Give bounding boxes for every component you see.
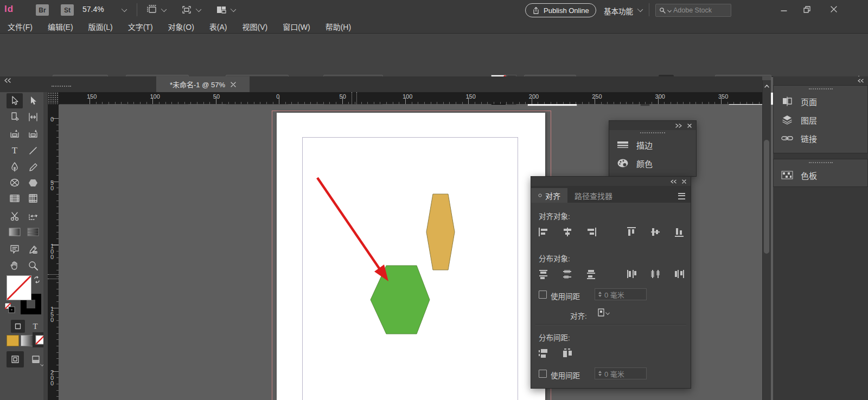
use-spacing-checkbox-1[interactable] bbox=[539, 291, 547, 299]
gap-tool[interactable] bbox=[25, 109, 41, 125]
spacing-stepper-1[interactable] bbox=[598, 292, 602, 297]
content-placer-tool[interactable] bbox=[25, 126, 41, 141]
ellipse-frame-tool[interactable] bbox=[7, 175, 23, 190]
gradient-swatch-tool[interactable] bbox=[7, 224, 23, 240]
ruler-origin-box[interactable] bbox=[48, 92, 59, 105]
dock-group-2-drag-handle[interactable] bbox=[774, 159, 867, 166]
pen-tool[interactable] bbox=[7, 159, 23, 175]
gradient-feather-tool[interactable] bbox=[25, 224, 41, 240]
minimize-button[interactable] bbox=[775, 0, 793, 18]
free-transform-tool[interactable] bbox=[25, 209, 41, 224]
color-panel-item[interactable]: 颜色 bbox=[609, 154, 696, 172]
polygon-tool[interactable] bbox=[25, 175, 41, 190]
tools-panel-drag-handle[interactable] bbox=[52, 86, 71, 87]
type-tool[interactable]: T bbox=[7, 143, 23, 158]
document-tab[interactable]: *未命名-1 @ 57% bbox=[156, 76, 250, 92]
horizontal-ruler[interactable]: 15010050050100150200250300350 bbox=[59, 92, 762, 104]
mini-panel-expand-icon[interactable] bbox=[675, 124, 682, 128]
pages-panel-button[interactable]: 页面 bbox=[774, 92, 867, 111]
spacing-field-1[interactable]: 0 毫米 bbox=[595, 288, 647, 300]
zoom-dropdown-chevron-icon[interactable] bbox=[122, 7, 127, 12]
horizontal-grid-tool[interactable] bbox=[7, 191, 23, 206]
direct-selection-tool[interactable] bbox=[25, 93, 41, 108]
scissors-tool[interactable] bbox=[7, 209, 23, 224]
pencil-tool[interactable] bbox=[25, 159, 41, 175]
frame-adornments-dropdown-chevron-icon[interactable] bbox=[196, 7, 201, 12]
tab-pathfinder[interactable]: 路径查找器 bbox=[567, 188, 620, 203]
document-tab-close-icon[interactable] bbox=[231, 82, 236, 87]
distribute-horizontal-space-button[interactable] bbox=[559, 346, 576, 361]
close-button[interactable] bbox=[825, 0, 843, 18]
menu-item-4[interactable]: 对象(O) bbox=[168, 21, 194, 32]
color-theme-tool[interactable] bbox=[25, 242, 41, 257]
dock-collapse-control[interactable] bbox=[773, 76, 868, 83]
stroke-panel-item[interactable]: 描边 bbox=[609, 136, 696, 154]
menu-item-7[interactable]: 窗口(W) bbox=[283, 21, 310, 32]
document-grid-dropdown-chevron-icon[interactable] bbox=[161, 7, 167, 12]
zoom-tool[interactable] bbox=[25, 258, 41, 273]
distribute-vertical-centers-button[interactable] bbox=[559, 267, 576, 282]
page-tool[interactable] bbox=[7, 109, 23, 125]
menu-item-5[interactable]: 表(A) bbox=[209, 21, 227, 32]
distribute-bottom-edges-button[interactable] bbox=[583, 267, 599, 282]
default-fill-stroke-icon[interactable] bbox=[4, 302, 15, 313]
layers-panel-button[interactable]: 图层 bbox=[774, 111, 867, 129]
spacing-field-2[interactable]: 0 毫米 bbox=[595, 367, 647, 379]
formatting-affects-container-button[interactable] bbox=[11, 320, 25, 333]
swap-fill-stroke-icon[interactable] bbox=[33, 275, 41, 284]
formatting-affects-text-button[interactable]: T bbox=[28, 320, 42, 333]
hand-tool[interactable] bbox=[7, 258, 23, 273]
document-grid-options-icon[interactable] bbox=[145, 4, 158, 15]
yellow-hexagon-shape[interactable] bbox=[426, 194, 455, 270]
apply-gradient-button[interactable] bbox=[21, 335, 33, 346]
apply-color-button[interactable] bbox=[7, 335, 19, 346]
vertical-scrollbar[interactable] bbox=[762, 80, 771, 400]
vertical-ruler[interactable]: 050100150200 bbox=[48, 104, 59, 400]
align-bottom-edges-button[interactable] bbox=[671, 224, 687, 240]
distribute-horizontal-centers-button[interactable] bbox=[647, 267, 663, 282]
zoom-level-value[interactable]: 57.4% bbox=[82, 5, 104, 14]
distribute-vertical-space-button[interactable] bbox=[535, 346, 552, 361]
menu-item-8[interactable]: 帮助(H) bbox=[326, 21, 351, 32]
adobe-stock-search-input[interactable]: Adobe Stock bbox=[655, 4, 731, 17]
preview-mode-button[interactable] bbox=[28, 352, 43, 366]
align-left-edges-button[interactable] bbox=[535, 224, 552, 240]
dock-group-1-drag-handle[interactable] bbox=[774, 86, 867, 92]
mini-panel-close-icon[interactable] bbox=[687, 124, 692, 128]
align-panel-menu-icon[interactable] bbox=[678, 193, 685, 199]
note-tool[interactable] bbox=[7, 242, 23, 257]
scrollbar-thumb[interactable] bbox=[764, 140, 769, 254]
align-panel-collapse-icon[interactable] bbox=[671, 179, 676, 184]
collapse-tools-dock-icon[interactable] bbox=[2, 77, 13, 83]
content-collector-tool[interactable] bbox=[7, 126, 23, 141]
distribute-right-edges-button[interactable] bbox=[671, 267, 687, 282]
align-vertical-centers-button[interactable] bbox=[647, 224, 663, 240]
workspace-dropdown-chevron-icon[interactable] bbox=[637, 7, 643, 12]
screen-mode-dropdown-chevron-icon[interactable] bbox=[231, 7, 236, 12]
scroll-up-arrow-icon[interactable] bbox=[764, 85, 769, 88]
align-top-edges-button[interactable] bbox=[623, 224, 640, 240]
align-horizontal-centers-button[interactable] bbox=[559, 224, 576, 240]
menu-item-3[interactable]: 文字(T) bbox=[128, 21, 153, 32]
spacing-stepper-2[interactable] bbox=[598, 371, 602, 376]
align-right-edges-button[interactable] bbox=[583, 224, 599, 240]
align-panel-close-icon[interactable] bbox=[682, 179, 686, 184]
menu-item-0[interactable]: 文件(F) bbox=[8, 21, 33, 32]
mini-panel-drag-handle[interactable] bbox=[609, 130, 696, 136]
normal-view-mode-button[interactable] bbox=[7, 351, 24, 367]
selection-tool[interactable] bbox=[7, 93, 23, 108]
menu-item-6[interactable]: 视图(V) bbox=[242, 21, 267, 32]
menu-item-1[interactable]: 编辑(E) bbox=[48, 21, 73, 32]
tab-align[interactable]: 对齐 bbox=[531, 188, 567, 203]
frame-adornments-icon[interactable] bbox=[180, 4, 193, 15]
use-spacing-checkbox-2[interactable] bbox=[539, 370, 547, 378]
distribute-left-edges-button[interactable] bbox=[623, 267, 640, 282]
bridge-button[interactable]: Br bbox=[36, 4, 49, 16]
align-to-dropdown[interactable] bbox=[595, 307, 611, 319]
links-panel-button[interactable]: 链接 bbox=[774, 129, 867, 147]
screen-mode-layout-icon[interactable] bbox=[215, 4, 228, 15]
stock-button[interactable]: St bbox=[61, 4, 74, 16]
vertical-grid-tool[interactable] bbox=[25, 191, 41, 206]
distribute-top-edges-button[interactable] bbox=[535, 267, 552, 282]
menu-item-2[interactable]: 版面(L) bbox=[88, 21, 113, 32]
